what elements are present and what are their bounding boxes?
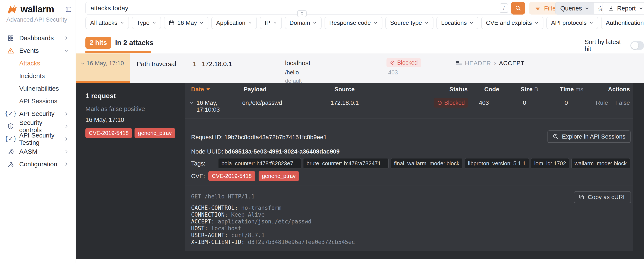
sidebar-item-api-security[interactable]: {✓} API Security (0, 107, 76, 120)
queries-button-label: Queries (560, 5, 582, 12)
sidebar-item-aasm[interactable]: AASM (0, 145, 76, 158)
cve-tag[interactable]: generic_ptrav (134, 128, 175, 138)
chip-label: Response code (329, 20, 371, 26)
cve-tag[interactable]: CVE-2019-5418 (86, 128, 132, 138)
search-button[interactable] (511, 2, 525, 15)
search-input[interactable] (86, 5, 500, 12)
collapse-sidebar-icon (65, 6, 72, 13)
sidebar-item-dashboards[interactable]: Dashboards (0, 32, 76, 44)
tag-chip[interactable]: lom_id: 1702 (531, 158, 569, 169)
chip-label: Domain (290, 20, 310, 26)
source-ip-link[interactable]: 172.18.0.1 (330, 99, 359, 107)
chip-label: API protocols (551, 20, 587, 26)
cve-tag[interactable]: CVE-2019-5418 (208, 171, 255, 181)
status-label: Blocked (444, 100, 465, 106)
filter-chip-application[interactable]: Application (212, 17, 257, 29)
filter-chip-date[interactable]: 16 May (164, 17, 208, 29)
cve-tag[interactable]: generic_ptrav (258, 171, 299, 181)
filter-chip-authentication[interactable]: Authentication (601, 17, 644, 29)
filter-chip-source-type[interactable]: Source type (386, 17, 434, 29)
attack-path: /hello (285, 69, 310, 76)
sort-control: Sort by latest hit (585, 39, 644, 53)
copy-as-curl-button[interactable]: Copy as cURL (574, 191, 631, 203)
tag-chip[interactable]: brute_counter: b:478:a732471... (303, 158, 388, 169)
explore-api-sessions-button[interactable]: Explore in API Sessions (548, 130, 630, 143)
request-actions: Rule False (596, 99, 630, 106)
sidebar-item-security-controls[interactable]: Security controls (0, 120, 76, 133)
attack-source-ip: 172.18.0.1 (202, 60, 232, 68)
sidebar-item-label: API Security Testing (19, 132, 64, 146)
rule-action-link[interactable]: Rule (596, 99, 608, 106)
column-header-date[interactable]: Date (191, 86, 244, 93)
app-subtitle: Advanced API Security (6, 16, 67, 23)
chevron-down-icon (469, 21, 474, 25)
chevron-down-icon (374, 21, 378, 25)
chevron-down-icon (273, 21, 277, 25)
http-header: ACCEPT: application/json,/etc/passwd (191, 218, 355, 225)
report-button[interactable]: Report (602, 2, 644, 15)
param-separator: › (494, 60, 496, 67)
chip-label: IP (264, 20, 270, 26)
filter-chip-ip[interactable]: IP (260, 17, 282, 29)
chevron-down-icon[interactable] (189, 99, 196, 105)
attack-response-code: 403 (388, 69, 398, 76)
blocked-icon (390, 60, 395, 65)
sidebar-item-vulnerabilities[interactable]: Vulnerabilities (0, 82, 76, 95)
tag-chip[interactable]: bola_counter: i:478:f82823e7... (218, 158, 301, 169)
filter-chip-cve-exploits[interactable]: CVE and exploits (481, 17, 544, 29)
column-header-size[interactable]: Size B (520, 86, 560, 93)
tag-chip[interactable]: final_wallarm_mode: block (391, 158, 462, 169)
sidebar-item-events[interactable]: Events (0, 44, 76, 57)
chevron-right-icon (64, 161, 69, 167)
sidebar-item-incidents[interactable]: Incidents (0, 70, 76, 82)
column-header-time[interactable]: Time ms (560, 86, 606, 93)
blocked-icon (437, 100, 442, 105)
node-uuid-value: bd68513a-5e03-4991-8024-a36408dac909 (224, 148, 340, 155)
queries-button[interactable]: Queries (556, 3, 594, 14)
sidebar-item-api-security-testing[interactable]: {✓} API Security Testing (0, 133, 76, 145)
http-header: X-IBM-CLIENT-ID: d3f2a7b34810e96a7fee0e3… (191, 239, 355, 245)
attack-date-cell[interactable]: 16 May, 17:10 (76, 54, 130, 83)
chip-label: Locations (441, 20, 467, 26)
hits-summary-text: in 2 attacks (115, 39, 154, 47)
attack-domain: localhost (285, 60, 310, 67)
search-icon (515, 5, 521, 11)
tags-label: Tags: (191, 160, 206, 167)
chip-label: Type (137, 20, 150, 26)
column-header-code: Code (484, 86, 520, 93)
chevron-down-icon (152, 21, 156, 25)
filter-chip-domain[interactable]: Domain (285, 17, 322, 29)
chevron-down-icon (312, 21, 317, 25)
node-uuid-row: Node UUID: bd68513a-5e03-4991-8024-a3640… (191, 148, 340, 155)
filter-chip-locations[interactable]: Locations (436, 17, 478, 29)
collapse-filters-handle[interactable] (297, 10, 307, 17)
request-table-row[interactable]: 16 May, 17:10:03 on,/etc/passwd 172.18.0… (185, 96, 633, 118)
sidebar-item-configuration[interactable]: Configuration (0, 158, 76, 170)
chevron-down-icon (424, 21, 429, 25)
sidebar-item-label: Dashboards (19, 35, 54, 42)
request-code: 403 (477, 99, 512, 106)
filter-chip-type[interactable]: Type (132, 17, 161, 29)
sidebar-item-api-sessions[interactable]: API Sessions (0, 95, 76, 107)
column-header-actions[interactable]: Actions (606, 86, 630, 93)
attack-detail-panel: 1 request Mark as false positive 16 May,… (76, 83, 644, 259)
tag-chip[interactable]: wallarm_mode: block (572, 158, 630, 169)
sort-by-latest-toggle[interactable] (630, 41, 644, 50)
tag-chip[interactable]: libproton_version: 5.1.1 (465, 158, 529, 169)
attack-row[interactable]: 16 May, 17:10 Path traversal 1 172.18.0.… (76, 54, 644, 83)
false-action-link[interactable]: False (616, 99, 630, 106)
param-name: ACCEPT (499, 60, 525, 67)
filter-chip-response-code[interactable]: Response code (324, 17, 382, 29)
filter-chip-all-attacks[interactable]: All attacks (86, 17, 129, 29)
mark-false-positive-link[interactable]: Mark as false positive (86, 105, 185, 112)
chevron-down-icon (64, 48, 69, 54)
filter-chip-api-protocols[interactable]: API protocols (546, 17, 598, 29)
sidebar-collapse-button[interactable] (65, 6, 72, 13)
chip-label: Authentication (606, 20, 644, 26)
sidebar-item-attacks[interactable]: Attacks (0, 57, 76, 70)
eye-rings-icon (7, 148, 14, 155)
http-request-line: GET /hello HTTP/1.1 (191, 193, 355, 200)
sort-desc-icon (206, 88, 210, 91)
braces-check-icon: {✓} (7, 135, 14, 143)
chevron-right-icon (64, 35, 69, 41)
